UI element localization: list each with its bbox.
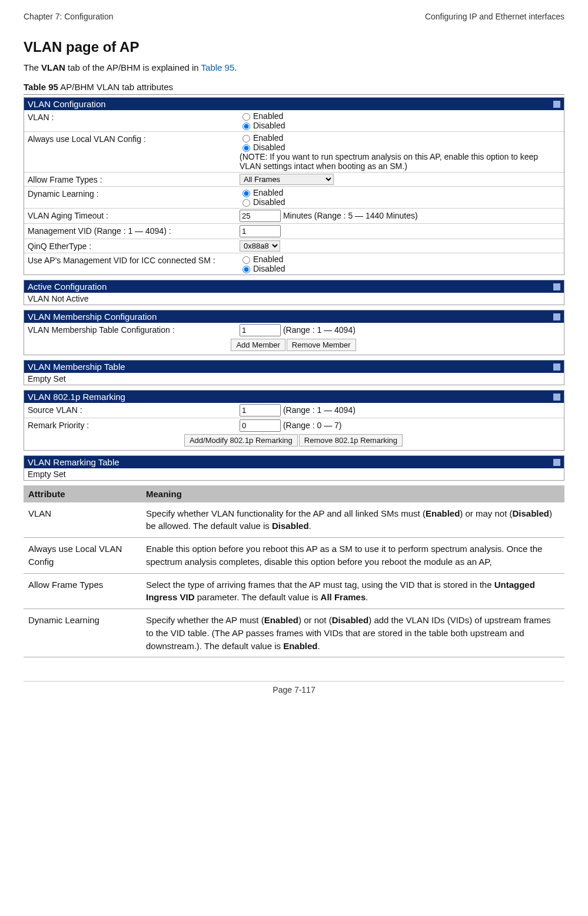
collapse-icon[interactable] — [553, 313, 560, 320]
vlan-membership-table-panel: VLAN Membership Table Empty Set — [24, 360, 564, 385]
page-header: Chapter 7: Configuration Configuring IP … — [24, 12, 564, 21]
row-mgmt-vid: Management VID (Range : 1 — 4094) : — [24, 224, 564, 239]
header-left: Chapter 7: Configuration — [24, 12, 114, 21]
always-local-enabled-radio[interactable] — [242, 135, 250, 143]
row-allow-frame: Allow Frame Types : All Frames — [24, 173, 564, 187]
table-row: VLAN Specify whether VLAN functionality … — [24, 502, 564, 538]
row-aging: VLAN Aging Timeout : Minutes (Range : 5 … — [24, 209, 564, 224]
collapse-icon[interactable] — [553, 393, 560, 401]
panel-header: VLAN Configuration — [24, 98, 564, 110]
row-always-local: Always use Local VLAN Config : Enabled D… — [24, 132, 564, 173]
icc-disabled-radio[interactable] — [242, 266, 250, 273]
membership-vid-input[interactable] — [240, 324, 281, 336]
collapse-icon[interactable] — [553, 283, 560, 290]
vlan-remarking-panel: VLAN 802.1p Remarking Source VLAN : (Ran… — [24, 390, 564, 451]
row-qinq: QinQ EtherType : 0x88a8 — [24, 239, 564, 253]
active-config-body: VLAN Not Active — [24, 293, 564, 305]
vlan-remarking-table-panel: VLAN Remarking Table Empty Set — [24, 455, 564, 481]
intro-text: The VLAN tab of the AP/BHM is explained … — [24, 61, 564, 75]
remark-priority-input[interactable] — [240, 419, 281, 432]
vlan-enabled-radio[interactable] — [242, 113, 250, 121]
icc-enabled-radio[interactable] — [242, 256, 250, 264]
attribute-table: Attribute Meaning VLAN Specify whether V… — [24, 485, 564, 658]
collapse-icon[interactable] — [553, 101, 560, 108]
vlan-configuration-panel: VLAN Configuration VLAN : Enabled Disabl… — [24, 97, 564, 275]
row-dynamic-learning: Dynamic Learning : Enabled Disabled — [24, 187, 564, 209]
table-caption: Table 95 AP/BHM VLAN tab attributes — [24, 82, 564, 92]
qinq-select[interactable]: 0x88a8 — [240, 240, 280, 252]
active-configuration-panel: Active Configuration VLAN Not Active — [24, 280, 564, 305]
remove-member-button[interactable]: Remove Member — [287, 339, 356, 351]
mgmt-vid-input[interactable] — [240, 225, 281, 237]
table-row: Always use Local VLAN Config Enable this… — [24, 538, 564, 574]
figure-wrap: VLAN Configuration VLAN : Enabled Disabl… — [24, 94, 564, 481]
table-link[interactable]: Table 95 — [201, 62, 235, 72]
source-vlan-input[interactable] — [240, 404, 281, 416]
page-footer: Page 7-117 — [24, 681, 564, 695]
header-attribute: Attribute — [24, 485, 141, 502]
vlan-membership-config-panel: VLAN Membership Configuration VLAN Membe… — [24, 310, 564, 355]
row-icc: Use AP's Management VID for ICC connecte… — [24, 253, 564, 275]
add-member-button[interactable]: Add Member — [231, 339, 285, 351]
aging-input[interactable] — [240, 210, 281, 222]
dyn-learn-disabled-radio[interactable] — [242, 199, 250, 207]
table-row: Dynamic Learning Specify whether the AP … — [24, 609, 564, 657]
always-local-disabled-radio[interactable] — [242, 144, 250, 152]
collapse-icon[interactable] — [553, 459, 560, 466]
page-title: VLAN page of AP — [24, 39, 564, 55]
dyn-learn-enabled-radio[interactable] — [242, 190, 250, 197]
vlan-disabled-radio[interactable] — [242, 123, 250, 130]
collapse-icon[interactable] — [553, 363, 560, 371]
header-right: Configuring IP and Ethernet interfaces — [425, 12, 564, 21]
allow-frame-select[interactable]: All Frames — [240, 174, 334, 185]
table-header-row: Attribute Meaning — [24, 485, 564, 502]
header-meaning: Meaning — [141, 485, 564, 502]
remove-remarking-button[interactable]: Remove 802.1p Remarking — [299, 434, 403, 447]
row-vlan: VLAN : Enabled Disabled — [24, 110, 564, 132]
table-row: Allow Frame Types Select the type of arr… — [24, 573, 564, 609]
add-remarking-button[interactable]: Add/Modify 802.1p Remarking — [184, 434, 298, 447]
